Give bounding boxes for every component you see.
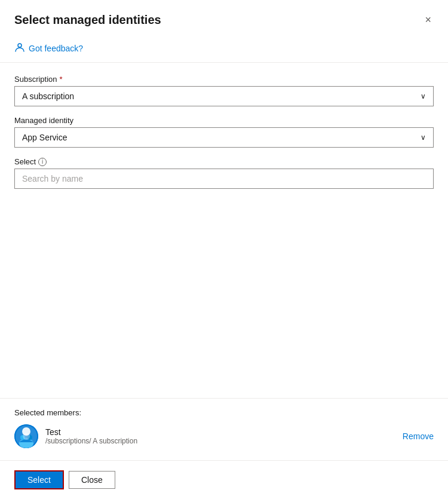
- member-info: Test /subscriptions/ A subscription: [45, 427, 395, 445]
- select-field-group: Select i: [14, 157, 434, 189]
- subscription-label: Subscription *: [14, 75, 434, 84]
- select-label: Select i: [14, 157, 434, 166]
- search-input[interactable]: [14, 169, 434, 189]
- subscription-dropdown[interactable]: A subscription ∨: [14, 86, 434, 106]
- feedback-icon: [14, 42, 25, 55]
- required-indicator: *: [60, 75, 63, 84]
- remove-member-link[interactable]: Remove: [403, 431, 434, 441]
- subscription-chevron-icon: ∨: [421, 92, 426, 100]
- select-info-icon[interactable]: i: [38, 158, 47, 166]
- member-name: Test: [45, 427, 395, 437]
- managed-identity-chevron-icon: ∨: [421, 133, 426, 142]
- subscription-value: A subscription: [22, 91, 74, 101]
- dialog-close-button[interactable]: ×: [422, 12, 434, 27]
- selected-members-section: Selected members: Test /subscriptions/ A…: [0, 398, 448, 460]
- member-item: Test /subscriptions/ A subscription Remo…: [14, 424, 434, 448]
- empty-results-area: [14, 198, 434, 330]
- feedback-link[interactable]: Got feedback?: [29, 44, 83, 53]
- member-path: /subscriptions/ A subscription: [45, 437, 395, 445]
- select-managed-identities-dialog: Select managed identities × Got feedback…: [0, 0, 448, 499]
- member-avatar: [14, 424, 38, 448]
- select-button[interactable]: Select: [14, 470, 64, 489]
- svg-point-0: [18, 44, 22, 47]
- close-button[interactable]: Close: [69, 471, 115, 489]
- managed-identity-value: App Service: [22, 133, 67, 142]
- dialog-header: Select managed identities ×: [0, 0, 448, 37]
- managed-identity-label: Managed identity: [14, 116, 434, 125]
- subscription-field-group: Subscription * A subscription ∨: [14, 75, 434, 106]
- selected-members-label: Selected members:: [14, 408, 434, 417]
- svg-point-7: [23, 433, 30, 440]
- managed-identity-dropdown[interactable]: App Service ∨: [14, 127, 434, 148]
- dialog-footer: Select Close: [0, 460, 448, 499]
- managed-identity-field-group: Managed identity App Service ∨: [14, 116, 434, 148]
- dialog-title: Select managed identities: [14, 13, 161, 27]
- feedback-bar: Got feedback?: [0, 37, 448, 63]
- dialog-body: Subscription * A subscription ∨ Managed …: [0, 63, 448, 398]
